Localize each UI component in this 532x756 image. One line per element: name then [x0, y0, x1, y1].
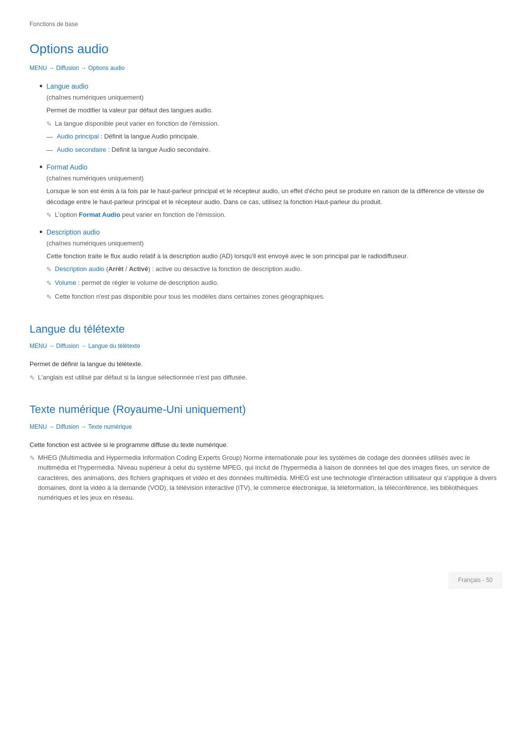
pencil-icon-4: ✎	[46, 278, 52, 289]
description-audio-note-text-3: Cette fonction n'est pas disponible pour…	[55, 292, 325, 302]
description-audio-subtitle: (chaînes numériques uniquement)	[46, 239, 408, 249]
dash-text-2: Audio secondaire : Définit la langue Aud…	[57, 145, 210, 155]
pencil-icon-2: ✎	[46, 210, 52, 221]
dash-audio-secondaire: — Audio secondaire : Définit la langue A…	[46, 145, 219, 156]
format-audio-note-text: L'option Format Audio peut varier en fon…	[55, 210, 226, 220]
langue-teletexte-description: Permet de définir la langue du télétexte…	[30, 359, 502, 369]
dash-icon-2: —	[46, 145, 53, 156]
pencil-icon-5: ✎	[46, 292, 52, 303]
description-audio-title: Description audio	[46, 228, 100, 236]
dash-icon-1: —	[46, 132, 53, 142]
breadcrumb-texte-numerique: MENU → Diffusion → Texte numérique	[30, 422, 502, 432]
section-title-langue-teletexte: Langue du télétexte	[30, 320, 502, 338]
description-audio-desc: Cette fonction traite le flux audio rela…	[46, 251, 408, 261]
description-audio-note-text-1: Description audio (Arrêt / Activé) : act…	[55, 264, 302, 274]
format-audio-note-suffix: peut varier en fonction de l'émission.	[120, 211, 226, 218]
audio-principal-rest: : Définit la langue Audio principale.	[99, 133, 199, 140]
audio-secondaire-link: Audio secondaire	[57, 146, 106, 153]
format-audio-subtitle: (chaînes numériques uniquement)	[46, 173, 502, 184]
format-audio-note: ✎ L'option Format Audio peut varier en f…	[46, 210, 502, 221]
texte-numerique-note: ✎ MHEG (Multimedia and Hypermedia Inform…	[30, 453, 502, 503]
page-footer: Français - 50	[448, 572, 502, 589]
footer-wrapper: Français - 50	[30, 542, 502, 589]
section-langue-teletexte: Langue du télétexte MENU → Diffusion → L…	[30, 320, 502, 383]
section-title-texte-numerique: Texte numérique (Royaume-Uni uniquement)	[30, 401, 502, 418]
audio-principal-link: Audio principal	[57, 133, 99, 140]
pencil-icon-6: ✎	[30, 373, 35, 383]
format-audio-note-link: Format Audio	[79, 211, 120, 218]
desc-audio-rest: : active ou désactive la fonction de des…	[150, 265, 302, 273]
list-item-description-audio: • Description audio (chaînes numériques …	[39, 227, 502, 303]
format-audio-description: Lorsque le son est émis à la fois par le…	[46, 186, 502, 207]
texte-numerique-description: Cette fonction est activée si le program…	[30, 440, 502, 450]
desc-audio-link: Description audio	[55, 265, 104, 273]
audio-secondaire-rest: : Définit la langue Audio secondaire.	[106, 146, 210, 153]
langue-audio-title: Langue audio	[46, 82, 88, 90]
breadcrumb-options-audio: MENU → Diffusion → Options audio	[30, 64, 502, 73]
langue-audio-subtitle: (chaînes numériques uniquement)	[46, 93, 219, 103]
description-audio-note-2: ✎ Volume : permet de régler le volume de…	[46, 278, 408, 289]
page-category: Fonctions de base	[30, 20, 502, 29]
texte-numerique-note-text: MHEG (Multimedia and Hypermedia Informat…	[38, 453, 502, 503]
list-item-format-audio: • Format Audio (chaînes numériques uniqu…	[39, 162, 502, 221]
section-options-audio: Options audio MENU → Diffusion → Options…	[30, 39, 502, 303]
dash-audio-principal: — Audio principal : Définit la langue Au…	[46, 132, 219, 142]
section-title-options-audio: Options audio	[30, 39, 502, 60]
volume-rest: : permet de régler le volume de descript…	[76, 279, 219, 286]
breadcrumb-langue-teletexte: MENU → Diffusion → Langue du télétexte	[30, 342, 502, 351]
langue-audio-description: Permet de modifier la valeur par défaut …	[46, 105, 219, 115]
pencil-icon-3: ✎	[46, 265, 52, 275]
langue-teletexte-note-text: L'anglais est utilisé par défaut si la l…	[38, 373, 247, 382]
description-audio-note-1: ✎ Description audio (Arrêt / Activé) : a…	[46, 264, 408, 275]
pencil-icon: ✎	[46, 119, 52, 130]
format-audio-note-prefix: L'option	[55, 211, 79, 218]
description-audio-note-text-2: Volume : permet de régler le volume de d…	[55, 278, 218, 288]
format-audio-title: Format Audio	[46, 163, 87, 171]
langue-teletexte-note: ✎ L'anglais est utilisé par défaut si la…	[30, 373, 502, 383]
list-item-langue-audio: • Langue audio (chaînes numériques uniqu…	[39, 81, 502, 156]
volume-link: Volume	[55, 279, 76, 286]
pencil-icon-7: ✎	[30, 453, 35, 464]
section-texte-numerique: Texte numérique (Royaume-Uni uniquement)…	[30, 401, 502, 503]
langue-audio-note-text-1: La langue disponible peut varier en fonc…	[55, 119, 219, 129]
desc-audio-paren: (Arrêt / Activé)	[104, 265, 150, 273]
description-audio-note-3: ✎ Cette fonction n'est pas disponible po…	[46, 292, 408, 303]
langue-audio-note-1: ✎ La langue disponible peut varier en fo…	[46, 119, 219, 130]
dash-text-1: Audio principal : Définit la langue Audi…	[57, 132, 199, 141]
